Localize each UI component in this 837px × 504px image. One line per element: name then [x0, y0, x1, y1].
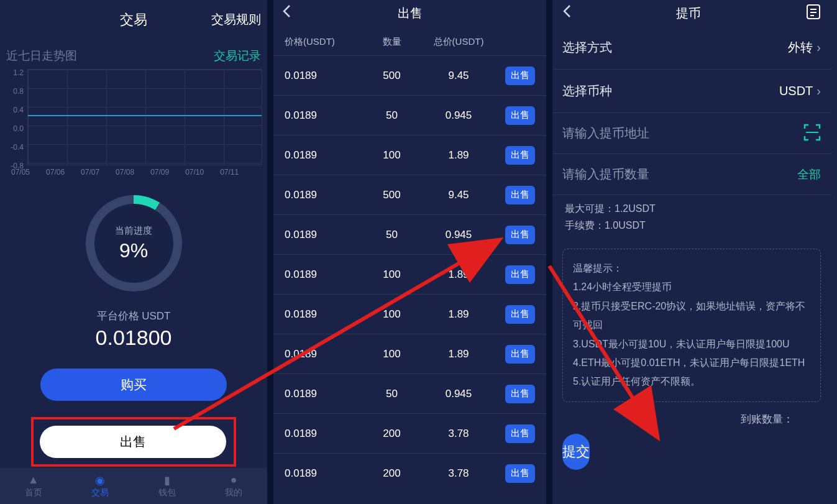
cell-price: 0.0189	[285, 189, 359, 201]
trade-rules-link[interactable]: 交易规则	[211, 11, 261, 28]
tab-trade[interactable]: ◉ 交易	[67, 468, 134, 504]
cell-total: 1.89	[424, 268, 493, 281]
coin-label: 选择币种	[562, 83, 612, 99]
cell-price: 0.0189	[285, 467, 359, 480]
cell-price: 0.0189	[285, 268, 359, 281]
cell-qty: 500	[359, 70, 424, 82]
platform-price: 0.01800	[0, 326, 267, 350]
screen-withdraw: 提币 选择方式 外转 › 选择币种 USDT › 请输入提币地址 请输入提币数量…	[552, 0, 831, 504]
screen-sell-list: 出售 价格(USDT) 数量 总价(USDT) 0.01895009.45出售0…	[273, 0, 552, 504]
row-sell-button[interactable]: 出售	[505, 106, 535, 125]
cell-qty: 50	[359, 229, 424, 241]
cell-price: 0.0189	[285, 70, 359, 82]
sell-title: 出售	[398, 5, 423, 22]
cell-qty: 50	[359, 109, 424, 122]
submit-button[interactable]: 提交	[562, 434, 590, 470]
row-sell-button[interactable]: 出售	[505, 226, 535, 244]
fee-info: 手续费：1.0USDT	[565, 219, 818, 232]
trade-icon: ◉	[93, 474, 107, 487]
sell-column-headers: 价格(USDT) 数量 总价(USDT)	[273, 26, 546, 55]
table-row: 0.01891001.89出售	[273, 135, 546, 175]
table-row: 0.01895009.45出售	[273, 175, 546, 214]
amount-input[interactable]: 请输入提币数量	[562, 166, 649, 183]
row-sell-button[interactable]: 出售	[505, 345, 535, 364]
cell-price: 0.0189	[285, 308, 359, 321]
tab-home[interactable]: ▲ 首页	[0, 468, 67, 504]
tip-5: 5.认证用户任何资产不限额。	[573, 372, 810, 391]
cell-total: 1.89	[424, 308, 493, 321]
all-amount-button[interactable]: 全部	[797, 167, 821, 183]
cell-price: 0.0189	[285, 348, 359, 360]
back-button[interactable]	[562, 4, 571, 22]
table-row: 0.01891001.89出售	[273, 294, 546, 334]
max-withdraw: 最大可提：1.2USDT	[565, 203, 818, 216]
back-button[interactable]	[282, 4, 291, 22]
tips-title: 温馨提示：	[573, 259, 810, 278]
method-label: 选择方式	[562, 39, 612, 56]
cell-qty: 500	[359, 189, 424, 201]
table-row: 0.01891001.89出售	[273, 254, 546, 294]
cell-qty: 100	[359, 308, 424, 321]
page-title: 交易	[120, 11, 147, 29]
method-value: 外转	[788, 39, 813, 56]
cell-qty: 100	[359, 149, 424, 162]
cell-price: 0.0189	[285, 229, 359, 241]
cell-total: 1.89	[424, 348, 493, 360]
cell-total: 1.89	[424, 149, 493, 162]
row-sell-button[interactable]: 出售	[505, 424, 535, 443]
col-price: 价格(USDT)	[285, 36, 359, 48]
gauge-label: 当前进度	[115, 225, 152, 237]
row-sell-button[interactable]: 出售	[505, 146, 535, 165]
row-sell-button[interactable]: 出售	[505, 464, 535, 483]
cell-price: 0.0189	[285, 428, 359, 440]
table-row: 0.01895009.45出售	[273, 55, 546, 95]
screen-trade: 交易 交易规则 近七日走势图 交易记录 1.2 0.8 0.4 0.0 -0.4…	[0, 0, 273, 504]
chevron-left-icon	[282, 4, 291, 18]
cell-price: 0.0189	[285, 388, 359, 400]
cell-price: 0.0189	[285, 149, 359, 162]
trade-records-link[interactable]: 交易记录	[214, 48, 261, 64]
cell-qty: 50	[359, 388, 424, 400]
scan-icon	[803, 124, 821, 141]
tab-me[interactable]: ● 我的	[201, 468, 268, 504]
buy-button[interactable]: 购买	[40, 369, 227, 401]
trade-header: 交易 交易规则	[0, 0, 267, 39]
address-input[interactable]: 请输入提币地址	[562, 125, 649, 142]
tip-3: 3.USDT最小可提10U，未认证用户每日限提100U	[573, 335, 810, 354]
table-row: 0.01892003.78出售	[273, 413, 546, 453]
row-sell-button[interactable]: 出售	[505, 66, 535, 85]
cell-qty: 100	[359, 348, 424, 360]
tips-box: 温馨提示： 1.24小时全程受理提币 2.提币只接受ERC-20协议，如果地址错…	[562, 249, 821, 402]
table-row: 0.0189500.945出售	[273, 373, 546, 413]
row-sell-button[interactable]: 出售	[505, 305, 535, 324]
trend-chart: 1.2 0.8 0.4 0.0 -0.4 -0.8 07/05 07/06 07…	[5, 69, 262, 176]
chart-plot-area	[27, 69, 262, 165]
method-row[interactable]: 选择方式 外转 ›	[552, 26, 831, 70]
tab-wallet[interactable]: ▮ 钱包	[134, 468, 201, 504]
table-row: 0.0189500.945出售	[273, 214, 546, 254]
row-sell-button[interactable]: 出售	[505, 265, 535, 284]
tip-2: 2.提币只接受ERC-20协议，如果地址错误，资产将不可找回	[573, 297, 810, 335]
chart-title: 近七日走势图	[6, 48, 77, 64]
cell-total: 0.945	[424, 229, 493, 241]
tip-1: 1.24小时全程受理提币	[573, 278, 810, 296]
row-sell-button[interactable]: 出售	[505, 186, 535, 204]
progress-gauge: 当前进度 9%	[86, 195, 182, 291]
cell-total: 9.45	[424, 189, 493, 201]
col-total: 总价(USDT)	[424, 36, 493, 48]
cell-price: 0.0189	[285, 109, 359, 122]
credit-amount-label: 到账数量：	[552, 407, 831, 428]
chart-x-axis: 07/05 07/06 07/07 07/08 07/09 07/10 07/1…	[11, 165, 262, 176]
row-sell-button[interactable]: 出售	[505, 385, 535, 403]
sell-orders-list[interactable]: 0.01895009.45出售0.0189500.945出售0.01891001…	[273, 55, 546, 493]
chart-y-axis: 1.2 0.8 0.4 0.0 -0.4 -0.8	[5, 69, 24, 181]
records-icon[interactable]	[806, 4, 821, 22]
cell-qty: 200	[359, 428, 424, 440]
sell-header: 出售	[273, 0, 546, 26]
withdraw-header: 提币	[552, 0, 831, 26]
scan-qr-button[interactable]	[803, 124, 821, 144]
cell-total: 3.78	[424, 467, 493, 480]
cell-total: 9.45	[424, 70, 493, 82]
sell-button[interactable]: 出售	[40, 426, 226, 458]
coin-row[interactable]: 选择币种 USDT ›	[552, 70, 831, 113]
